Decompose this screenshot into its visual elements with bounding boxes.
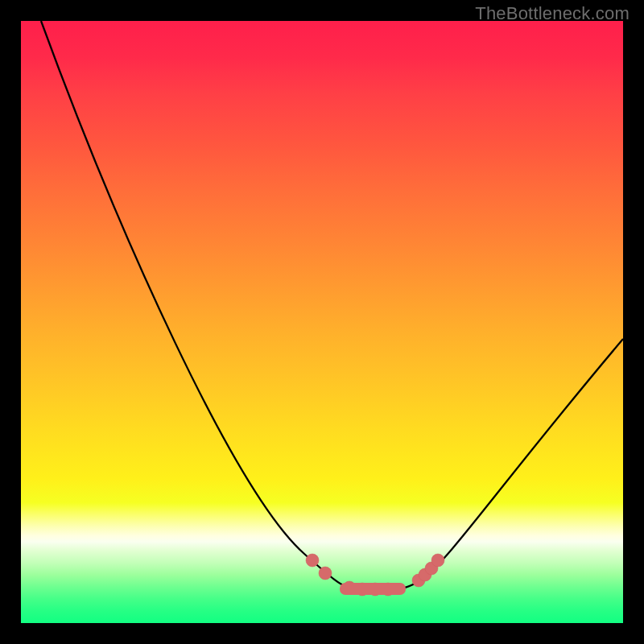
chart-plot-area: [21, 21, 623, 623]
bottleneck-curve: [41, 21, 623, 589]
marker-point: [319, 567, 332, 580]
bottleneck-chart-svg: [21, 21, 623, 623]
marker-point: [306, 554, 319, 567]
marker-flat-bar: [340, 583, 406, 595]
marker-point: [431, 554, 444, 567]
